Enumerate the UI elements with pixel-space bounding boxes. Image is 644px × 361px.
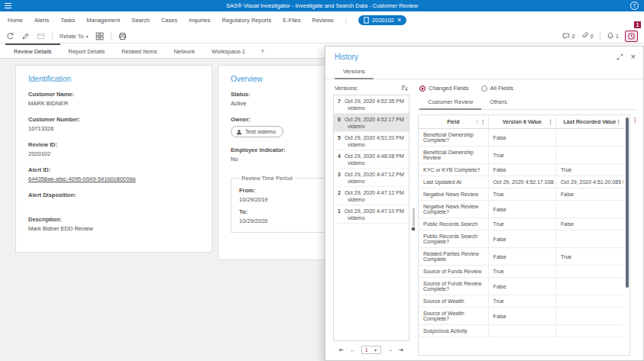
alerts-button[interactable]: 1 <box>607 32 619 40</box>
relate-to-button[interactable]: Relate To ▾ <box>60 33 89 40</box>
field-name-cell: Suspicious Activity <box>419 325 488 337</box>
nav-item-regulatory-reports[interactable]: Regulatory Reports <box>222 17 272 24</box>
attachments-button[interactable]: 0 <box>581 32 594 40</box>
field-name-cell: Public Records Search <box>419 218 488 230</box>
version-number: 2 <box>338 190 341 195</box>
nav-item-efiles[interactable]: E-Files <box>283 17 300 24</box>
comments-count: 0 <box>571 33 574 40</box>
last-recorded-cell <box>556 147 623 164</box>
version-item[interactable]: 3 Oct 29, 2020 4:47:12 PM videmo <box>334 169 409 187</box>
nav-item-management[interactable]: Management <box>86 17 120 24</box>
add-tab-button[interactable]: + <box>254 44 271 58</box>
last-recorded-cell <box>556 325 623 337</box>
nav-item-tasks[interactable]: Tasks <box>60 17 75 24</box>
version-timestamp: Oct 29, 2020 4:51:20 PM <box>345 135 404 140</box>
all-fields-radio[interactable]: All Fields <box>481 85 513 92</box>
application-window: SAS® Visual Investigator - Investigate a… <box>0 0 644 361</box>
last-recorded-cell <box>556 230 623 248</box>
nav-item-home[interactable]: Home <box>8 17 23 24</box>
field-name-cell: Beneficial Ownership Complete? <box>419 129 488 147</box>
version-item[interactable]: 6 Oct 29, 2020 4:52:17 PM videmo <box>334 114 409 132</box>
previous-page-button[interactable]: ← <box>350 347 356 353</box>
table-row: Negative News Review True False <box>419 189 623 201</box>
field-label: Alert ID: <box>28 166 199 173</box>
sort-versions-icon[interactable] <box>401 85 408 92</box>
last-recorded-cell <box>556 278 623 295</box>
main-navigation: Home Alerts Tasks Management Search Case… <box>0 11 644 29</box>
last-recorded-cell <box>556 308 623 325</box>
version-item[interactable]: 5 Oct 29, 2020 4:51:20 PM videmo <box>334 132 409 150</box>
all-fields-label: All Fields <box>490 85 513 92</box>
history-button-active[interactable] <box>625 31 638 42</box>
table-row: KYC or KYB Complete? False True <box>419 164 623 176</box>
next-page-button[interactable]: → <box>387 347 393 353</box>
changed-fields-radio[interactable]: Changed Fields <box>419 85 469 92</box>
expand-icon[interactable] <box>616 53 623 60</box>
print-icon[interactable] <box>118 32 127 40</box>
refresh-icon[interactable] <box>6 32 15 40</box>
field-filter-radios: Changed Fields All Fields <box>418 83 637 96</box>
close-record-icon[interactable]: × <box>397 18 401 23</box>
nav-item-alerts[interactable]: Alerts <box>34 17 49 24</box>
page-select[interactable]: 1 ▼ <box>361 346 381 354</box>
history-header: History × <box>325 47 643 61</box>
tab-related-items[interactable]: Related Items <box>113 44 165 58</box>
column-header-version6[interactable]: Version 6 Value ⋮ <box>488 115 555 129</box>
column-menu-icon[interactable]: ⋮ <box>548 119 553 125</box>
nav-item-cases[interactable]: Cases <box>161 17 177 24</box>
open-record-tab[interactable]: 2020102 × <box>358 15 406 25</box>
user-avatar[interactable]: T <box>630 2 639 10</box>
nav-divider: | <box>345 17 347 24</box>
versions-column: Versions: 7 Oct 29, 2020 4:52:35 PM vi <box>333 83 409 356</box>
version-item[interactable]: 1 Oct 29, 2020 4:47:10 PM videmo <box>334 205 409 224</box>
table-options-icon[interactable]: ⋮ <box>632 118 638 124</box>
table-row: Suspicious Activity <box>419 325 623 337</box>
comments-button[interactable]: 0 <box>562 32 574 40</box>
version-value-cell <box>488 325 555 337</box>
version-item[interactable]: 4 Oct 29, 2020 4:48:08 PM videmo <box>334 150 409 169</box>
alerts-count: 1 <box>616 33 619 40</box>
comment-icon <box>562 32 570 40</box>
nav-item-reviews[interactable]: Reviews <box>312 17 334 24</box>
alert-id-link[interactable]: 644358ae-afac-4095-b549-541b0c80098a <box>28 176 199 182</box>
sort-ascending-icon[interactable]: ↑ <box>476 119 479 125</box>
edit-icon[interactable] <box>21 32 30 40</box>
first-page-button[interactable]: ⇤ <box>339 347 345 353</box>
subtab-others[interactable]: Others <box>481 96 516 110</box>
last-page-button[interactable]: ⇥ <box>398 347 403 353</box>
workspace-grid-icon[interactable] <box>95 32 104 40</box>
column-menu-icon[interactable]: ⋮ <box>616 119 621 125</box>
tab-review-details[interactable]: Review Details <box>5 44 60 58</box>
last-recorded-cell: True <box>556 248 623 266</box>
version-value-cell: True <box>488 295 555 308</box>
tab-network[interactable]: Network <box>165 44 203 58</box>
customer-number-field: Customer Number: 10713326 <box>28 116 199 132</box>
table-row: Public Records Search True False <box>419 218 623 230</box>
column-header-field[interactable]: Field ↑⋮ <box>419 115 488 129</box>
nav-item-inquiries[interactable]: Inquiries <box>189 17 210 24</box>
identification-card: Identification Customer Name: MARK BIDNE… <box>15 65 212 253</box>
version-value-cell: False <box>488 248 555 266</box>
toolbar-divider <box>52 32 53 40</box>
panel-splitter[interactable] <box>409 83 417 356</box>
table-scrollbar-thumb[interactable] <box>626 118 629 288</box>
tab-report-details[interactable]: Report Details <box>60 44 114 58</box>
field-name-cell: Related Parties Review Complete <box>419 248 488 266</box>
version-item[interactable]: 2 Oct 29, 2020 4:47:12 PM videmo <box>334 187 409 205</box>
chevron-down-icon: ▾ <box>86 34 89 39</box>
column-menu-icon[interactable]: ⋮ <box>481 119 486 125</box>
titlebar: SAS® Visual Investigator - Investigate a… <box>0 0 644 11</box>
tab-versions[interactable]: Versions <box>335 66 374 79</box>
hamburger-menu-icon[interactable] <box>5 3 11 8</box>
radio-unselected-icon <box>481 85 487 92</box>
version-item[interactable]: 7 Oct 29, 2020 4:52:35 PM videmo <box>334 95 409 114</box>
field-label: Customer Number: <box>28 116 199 123</box>
owner-chip[interactable]: Test videmo <box>231 126 283 137</box>
column-header-last-recorded[interactable]: Last Recorded Value ⋮ <box>556 115 623 129</box>
subtab-customer-review[interactable]: Customer Review <box>419 96 481 110</box>
version-value-cell: False <box>488 164 555 176</box>
nav-item-search[interactable]: Search <box>131 17 150 24</box>
close-icon[interactable]: × <box>631 53 636 60</box>
radio-selected-icon <box>419 85 426 92</box>
tab-workspace-1[interactable]: Workspace-1 <box>203 44 254 58</box>
